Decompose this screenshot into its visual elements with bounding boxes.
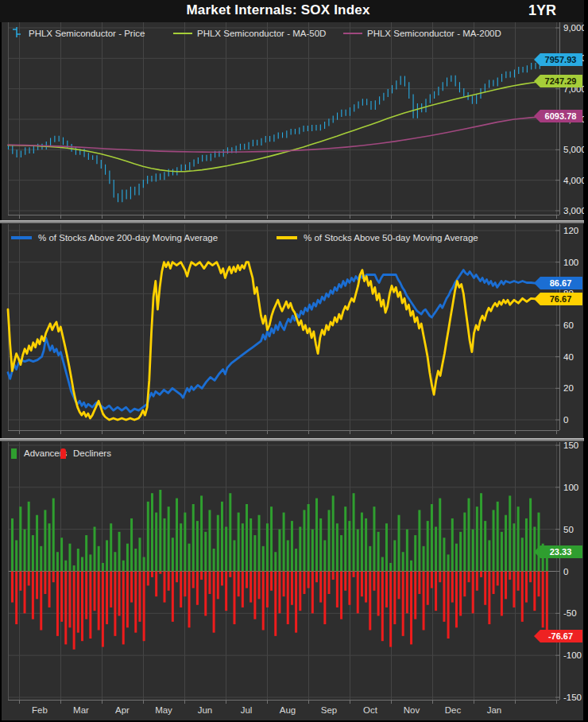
legend-item-decliners[interactable]: Decliners: [60, 447, 111, 460]
legend-item-ma200[interactable]: PHLX Semiconductor - MA-200D: [343, 27, 501, 40]
axis-tick-label: 120: [563, 226, 578, 235]
window-right-edge: [584, 0, 588, 722]
gridlines: [8, 22, 560, 215]
breadth-chart-canvas[interactable]: 120100806040200: [2, 224, 586, 439]
month-label: Apr: [115, 705, 130, 715]
month-label: Dec: [445, 705, 462, 715]
price-last-value-tag: 7247.29: [534, 75, 582, 87]
advdec-chart-canvas[interactable]: 150100500-50-100-150FebMarAprMayJunJulAu…: [2, 442, 586, 722]
breadth-last-value-tag: 86.67: [534, 277, 582, 289]
legend-item-pct200[interactable]: % of Stocks Above 200-day Moving Average: [11, 231, 218, 244]
x-axis: [8, 700, 559, 704]
legend-item-price[interactable]: PHLX Semiconductor - Price: [11, 27, 145, 40]
axis-tick-label: 0: [563, 567, 568, 576]
green-bar-icon: [11, 448, 17, 459]
breadth-last-value-tag: 76.67: [534, 293, 582, 305]
legend-label: Decliners: [73, 448, 111, 458]
axis-tick-label: 40: [563, 352, 574, 362]
axis-tick-label: 5,000: [563, 145, 586, 154]
month-label: Nov: [404, 705, 420, 715]
axis-tick-label: -50: [563, 608, 577, 618]
timeframe-label[interactable]: 1YR: [528, 2, 556, 19]
axis-tick-label: 150: [563, 442, 578, 450]
line-swatch-icon: [343, 33, 362, 34]
advdec-last-value-tag: -76.67: [534, 630, 582, 642]
price-last-value-tag: 6093.78: [534, 110, 582, 122]
y-axis-labels: 150100500-50-100-150: [555, 442, 582, 702]
page-title: Market Internals: SOX Index: [0, 2, 556, 18]
legend-item-advancers[interactable]: Advancers: [11, 447, 67, 460]
axis-tick-label: 4,000: [563, 176, 586, 185]
price-last-value-tag: 7957.93: [534, 53, 582, 66]
advdec-series: [11, 490, 548, 650]
axis-tick-label: 60: [563, 320, 574, 330]
price-chart-canvas[interactable]: 9,0008,0007,0006,0005,0004,0003,000: [2, 22, 586, 221]
legend-label: % of Stocks Above 200-day Moving Average: [38, 233, 218, 243]
line-swatch-icon: [277, 236, 297, 239]
advdec-legend: Advancers Decliners: [2, 447, 558, 460]
advdec-last-value-tag: 23.33: [534, 545, 582, 558]
y-axis-labels: 120100806040200: [555, 226, 578, 425]
month-label: Sep: [321, 705, 337, 715]
ohlc-bar-icon: [11, 26, 22, 41]
month-label: Jan: [487, 705, 502, 715]
x-axis: [8, 430, 559, 434]
month-label: Mar: [73, 705, 89, 715]
breadth-series: [8, 262, 536, 420]
legend-item-ma50[interactable]: PHLX Semiconductor - MA-50D: [173, 27, 326, 40]
panel-splitter[interactable]: [0, 220, 588, 223]
month-label: Jun: [198, 705, 213, 715]
line-swatch-icon: [173, 33, 192, 34]
axis-tick-label: -150: [563, 693, 582, 702]
legend-label: % of Stocks Above 50-day Moving Average: [304, 233, 478, 243]
x-axis: [8, 215, 559, 219]
month-label: Oct: [363, 705, 378, 715]
price-legend: PHLX Semiconductor - Price PHLX Semicond…: [2, 27, 558, 40]
axis-tick-label: 0: [563, 415, 568, 425]
month-label: May: [155, 705, 172, 715]
month-label: Aug: [280, 705, 296, 715]
axis-tick-label: -100: [563, 650, 582, 660]
axis-tick-label: 3,000: [563, 206, 586, 215]
axis-tick-label: 100: [563, 258, 578, 267]
axis-tick-label: 100: [563, 483, 578, 492]
legend-label: PHLX Semiconductor - MA-50D: [197, 29, 326, 38]
market-internals-window: Market Internals: SOX Index 1YR 9,0008,0…: [0, 0, 588, 722]
axis-tick-label: 50: [563, 525, 574, 534]
legend-label: PHLX Semiconductor - Price: [29, 29, 145, 38]
month-labels: FebMarAprMayJunJulAugSepOctNovDecJan: [32, 705, 501, 715]
legend-item-pct50[interactable]: % of Stocks Above 50-day Moving Average: [277, 231, 478, 244]
panel-splitter[interactable]: [0, 438, 588, 441]
month-label: Jul: [241, 705, 253, 715]
axis-tick-label: 20: [563, 383, 574, 393]
legend-label: PHLX Semiconductor - MA-200D: [367, 29, 501, 38]
breadth-legend: % of Stocks Above 200-day Moving Average…: [2, 231, 558, 244]
month-label: Feb: [32, 705, 48, 715]
axis-tick-label: 9,000: [563, 23, 586, 33]
red-bar-icon: [60, 448, 66, 459]
chart-header: Market Internals: SOX Index 1YR: [0, 0, 588, 22]
line-swatch-icon: [11, 236, 32, 239]
